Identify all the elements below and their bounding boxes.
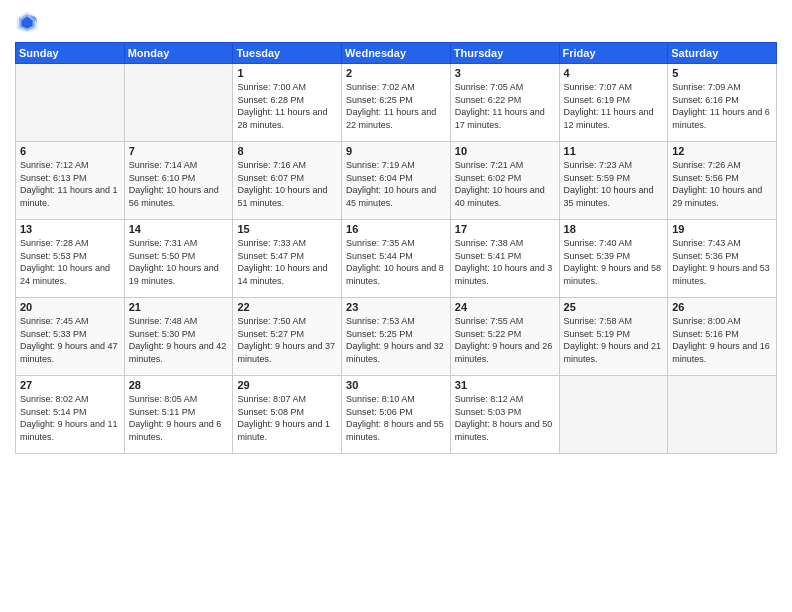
calendar-cell: 11Sunrise: 7:23 AMSunset: 5:59 PMDayligh…: [559, 142, 668, 220]
cell-info: Sunrise: 7:16 AMSunset: 6:07 PMDaylight:…: [237, 159, 337, 209]
cell-info: Sunrise: 7:14 AMSunset: 6:10 PMDaylight:…: [129, 159, 229, 209]
cell-info: Sunrise: 7:50 AMSunset: 5:27 PMDaylight:…: [237, 315, 337, 365]
cell-info: Sunrise: 7:02 AMSunset: 6:25 PMDaylight:…: [346, 81, 446, 131]
day-number: 5: [672, 67, 772, 79]
cell-info: Sunrise: 7:40 AMSunset: 5:39 PMDaylight:…: [564, 237, 664, 287]
cell-info: Sunrise: 7:00 AMSunset: 6:28 PMDaylight:…: [237, 81, 337, 131]
day-number: 30: [346, 379, 446, 391]
calendar-cell: 14Sunrise: 7:31 AMSunset: 5:50 PMDayligh…: [124, 220, 233, 298]
day-number: 3: [455, 67, 555, 79]
logo: [15, 10, 43, 34]
cell-info: Sunrise: 7:05 AMSunset: 6:22 PMDaylight:…: [455, 81, 555, 131]
cell-info: Sunrise: 7:26 AMSunset: 5:56 PMDaylight:…: [672, 159, 772, 209]
cell-info: Sunrise: 8:12 AMSunset: 5:03 PMDaylight:…: [455, 393, 555, 443]
calendar-cell: 2Sunrise: 7:02 AMSunset: 6:25 PMDaylight…: [342, 64, 451, 142]
week-row-1: 1Sunrise: 7:00 AMSunset: 6:28 PMDaylight…: [16, 64, 777, 142]
calendar-cell: 10Sunrise: 7:21 AMSunset: 6:02 PMDayligh…: [450, 142, 559, 220]
calendar-cell: 7Sunrise: 7:14 AMSunset: 6:10 PMDaylight…: [124, 142, 233, 220]
header-row: SundayMondayTuesdayWednesdayThursdayFrid…: [16, 43, 777, 64]
cell-info: Sunrise: 7:58 AMSunset: 5:19 PMDaylight:…: [564, 315, 664, 365]
cell-info: Sunrise: 7:28 AMSunset: 5:53 PMDaylight:…: [20, 237, 120, 287]
calendar-cell: 15Sunrise: 7:33 AMSunset: 5:47 PMDayligh…: [233, 220, 342, 298]
calendar-cell: 8Sunrise: 7:16 AMSunset: 6:07 PMDaylight…: [233, 142, 342, 220]
day-number: 15: [237, 223, 337, 235]
calendar-table: SundayMondayTuesdayWednesdayThursdayFrid…: [15, 42, 777, 454]
week-row-5: 27Sunrise: 8:02 AMSunset: 5:14 PMDayligh…: [16, 376, 777, 454]
calendar-cell: 18Sunrise: 7:40 AMSunset: 5:39 PMDayligh…: [559, 220, 668, 298]
calendar-cell: 20Sunrise: 7:45 AMSunset: 5:33 PMDayligh…: [16, 298, 125, 376]
cell-info: Sunrise: 7:38 AMSunset: 5:41 PMDaylight:…: [455, 237, 555, 287]
calendar-cell: 17Sunrise: 7:38 AMSunset: 5:41 PMDayligh…: [450, 220, 559, 298]
header: [15, 10, 777, 34]
day-number: 31: [455, 379, 555, 391]
day-number: 6: [20, 145, 120, 157]
weekday-header-friday: Friday: [559, 43, 668, 64]
day-number: 11: [564, 145, 664, 157]
week-row-4: 20Sunrise: 7:45 AMSunset: 5:33 PMDayligh…: [16, 298, 777, 376]
cell-info: Sunrise: 8:07 AMSunset: 5:08 PMDaylight:…: [237, 393, 337, 443]
calendar-cell: 31Sunrise: 8:12 AMSunset: 5:03 PMDayligh…: [450, 376, 559, 454]
day-number: 16: [346, 223, 446, 235]
day-number: 9: [346, 145, 446, 157]
day-number: 29: [237, 379, 337, 391]
cell-info: Sunrise: 7:12 AMSunset: 6:13 PMDaylight:…: [20, 159, 120, 209]
day-number: 22: [237, 301, 337, 313]
day-number: 18: [564, 223, 664, 235]
week-row-3: 13Sunrise: 7:28 AMSunset: 5:53 PMDayligh…: [16, 220, 777, 298]
cell-info: Sunrise: 8:10 AMSunset: 5:06 PMDaylight:…: [346, 393, 446, 443]
calendar-cell: 28Sunrise: 8:05 AMSunset: 5:11 PMDayligh…: [124, 376, 233, 454]
day-number: 13: [20, 223, 120, 235]
calendar-cell: 22Sunrise: 7:50 AMSunset: 5:27 PMDayligh…: [233, 298, 342, 376]
day-number: 27: [20, 379, 120, 391]
week-row-2: 6Sunrise: 7:12 AMSunset: 6:13 PMDaylight…: [16, 142, 777, 220]
cell-info: Sunrise: 8:02 AMSunset: 5:14 PMDaylight:…: [20, 393, 120, 443]
cell-info: Sunrise: 7:53 AMSunset: 5:25 PMDaylight:…: [346, 315, 446, 365]
calendar-cell: [559, 376, 668, 454]
calendar-cell: 26Sunrise: 8:00 AMSunset: 5:16 PMDayligh…: [668, 298, 777, 376]
day-number: 23: [346, 301, 446, 313]
cell-info: Sunrise: 7:48 AMSunset: 5:30 PMDaylight:…: [129, 315, 229, 365]
day-number: 20: [20, 301, 120, 313]
calendar-cell: [668, 376, 777, 454]
day-number: 2: [346, 67, 446, 79]
day-number: 10: [455, 145, 555, 157]
day-number: 19: [672, 223, 772, 235]
weekday-header-monday: Monday: [124, 43, 233, 64]
weekday-header-wednesday: Wednesday: [342, 43, 451, 64]
day-number: 25: [564, 301, 664, 313]
weekday-header-sunday: Sunday: [16, 43, 125, 64]
cell-info: Sunrise: 8:00 AMSunset: 5:16 PMDaylight:…: [672, 315, 772, 365]
cell-info: Sunrise: 7:45 AMSunset: 5:33 PMDaylight:…: [20, 315, 120, 365]
day-number: 14: [129, 223, 229, 235]
calendar-cell: 1Sunrise: 7:00 AMSunset: 6:28 PMDaylight…: [233, 64, 342, 142]
cell-info: Sunrise: 7:35 AMSunset: 5:44 PMDaylight:…: [346, 237, 446, 287]
weekday-header-saturday: Saturday: [668, 43, 777, 64]
calendar-cell: [124, 64, 233, 142]
day-number: 24: [455, 301, 555, 313]
calendar-cell: 5Sunrise: 7:09 AMSunset: 6:16 PMDaylight…: [668, 64, 777, 142]
cell-info: Sunrise: 7:09 AMSunset: 6:16 PMDaylight:…: [672, 81, 772, 131]
weekday-header-thursday: Thursday: [450, 43, 559, 64]
calendar-cell: [16, 64, 125, 142]
cell-info: Sunrise: 7:21 AMSunset: 6:02 PMDaylight:…: [455, 159, 555, 209]
logo-icon: [15, 10, 39, 34]
calendar-cell: 27Sunrise: 8:02 AMSunset: 5:14 PMDayligh…: [16, 376, 125, 454]
day-number: 1: [237, 67, 337, 79]
day-number: 8: [237, 145, 337, 157]
calendar-cell: 30Sunrise: 8:10 AMSunset: 5:06 PMDayligh…: [342, 376, 451, 454]
calendar-cell: 29Sunrise: 8:07 AMSunset: 5:08 PMDayligh…: [233, 376, 342, 454]
cell-info: Sunrise: 7:31 AMSunset: 5:50 PMDaylight:…: [129, 237, 229, 287]
cell-info: Sunrise: 7:07 AMSunset: 6:19 PMDaylight:…: [564, 81, 664, 131]
day-number: 28: [129, 379, 229, 391]
calendar-cell: 25Sunrise: 7:58 AMSunset: 5:19 PMDayligh…: [559, 298, 668, 376]
cell-info: Sunrise: 7:55 AMSunset: 5:22 PMDaylight:…: [455, 315, 555, 365]
cell-info: Sunrise: 7:43 AMSunset: 5:36 PMDaylight:…: [672, 237, 772, 287]
day-number: 21: [129, 301, 229, 313]
day-number: 17: [455, 223, 555, 235]
day-number: 4: [564, 67, 664, 79]
cell-info: Sunrise: 7:23 AMSunset: 5:59 PMDaylight:…: [564, 159, 664, 209]
cell-info: Sunrise: 7:33 AMSunset: 5:47 PMDaylight:…: [237, 237, 337, 287]
page: SundayMondayTuesdayWednesdayThursdayFrid…: [0, 0, 792, 612]
calendar-cell: 16Sunrise: 7:35 AMSunset: 5:44 PMDayligh…: [342, 220, 451, 298]
calendar-cell: 12Sunrise: 7:26 AMSunset: 5:56 PMDayligh…: [668, 142, 777, 220]
